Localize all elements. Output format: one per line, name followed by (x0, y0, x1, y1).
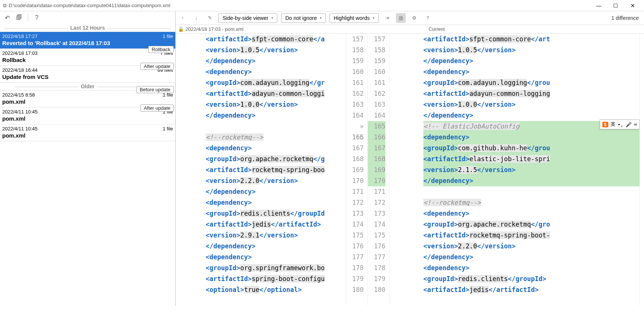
gutter-line: 160 (368, 67, 385, 77)
ime-lang[interactable]: 英 (611, 121, 615, 128)
gutter-line: 170 (346, 175, 364, 186)
code-line[interactable]: <dependency> (423, 67, 639, 77)
code-line[interactable]: <groupId>com.adayun.logging</gr (206, 77, 346, 88)
code-line[interactable]: </dependency> (206, 110, 346, 121)
highlight-dropdown[interactable]: Highlight words (330, 13, 379, 23)
code-line[interactable]: <version>2.2.0</version> (206, 175, 346, 186)
code-line[interactable]: <groupId>org.apache.rocketmq</g (206, 154, 346, 165)
main: ↶ 🗐 ? Last 12 Hours 2022/4/18 17:271 fil… (0, 11, 644, 305)
code-line[interactable]: </dependency> (206, 241, 346, 252)
revert-file-button[interactable]: 🗐 (14, 13, 24, 23)
revision-item[interactable]: 2022/4/15 8:581 filepom.xmlBefore update… (0, 91, 175, 107)
code-line[interactable]: <dependency> (206, 252, 346, 263)
code-line[interactable]: <groupId>redis.clients</groupId (206, 208, 346, 219)
action-pill[interactable]: Rollback (148, 46, 174, 53)
ime-punct[interactable]: •, (618, 122, 624, 127)
revision-filecount: 1 file (163, 33, 173, 39)
code-line[interactable]: </dependency> (206, 56, 346, 67)
ime-overlay[interactable]: S 英 •, 🎤 ⌨ (600, 119, 639, 129)
next-diff-button[interactable]: ↓ (191, 13, 201, 23)
code-line[interactable]: <version>1.0.5</version> (423, 45, 639, 56)
ignore-dropdown[interactable]: Do not ignore (281, 13, 326, 23)
code-line[interactable]: <version>2.2.0</version> (423, 241, 639, 252)
code-line[interactable]: <dependency> (423, 132, 639, 143)
code-line[interactable] (423, 186, 639, 197)
code-line[interactable]: <artifactId>adayun-common-logging (423, 88, 639, 99)
code-line[interactable]: <dependency> (206, 67, 346, 77)
mic-icon[interactable]: 🎤 (626, 122, 632, 127)
code-line[interactable]: <groupId>org.apache.rocketmq</gro (423, 219, 639, 230)
revision-timestamp: 2022/4/11 10:45 (2, 126, 38, 132)
gutter-line: 169 (368, 165, 385, 175)
viewer-mode-dropdown[interactable]: Side-by-side viewer (218, 13, 277, 23)
undo-button[interactable]: ↶ (2, 13, 12, 23)
settings-button[interactable]: ⚙ (409, 13, 419, 23)
code-line[interactable]: <optional>true</optional> (206, 284, 346, 295)
diff-toolbar: ↑ ↓ ✎ Side-by-side viewer Do not ignore … (176, 11, 644, 25)
gutter-line: 172 (368, 197, 385, 208)
revision-timestamp: 2022/4/15 8:58 (2, 92, 35, 98)
code-line[interactable]: <version>1.0.0</version> (423, 99, 639, 110)
before-update-pill[interactable]: Before update (136, 86, 174, 93)
code-line[interactable]: <artifactId>elastic-job-lite-spri (423, 154, 639, 165)
code-line[interactable]: <dependency> (206, 197, 346, 208)
code-line[interactable]: <version>2.1.5</version> (423, 165, 639, 175)
code-line[interactable]: <!--rocketmq--> (423, 197, 639, 208)
code-line[interactable]: <version>2.9.1</version> (206, 230, 346, 241)
gutter-line: 167 (346, 143, 364, 154)
diff-view[interactable]: ✔ <artifactId>sfpt-common-core</a <versi… (176, 34, 644, 305)
code-line[interactable]: </dependency> (423, 56, 639, 67)
code-line[interactable]: <dependency> (206, 143, 346, 154)
code-line[interactable]: <groupId>redis.clients</groupId> (423, 274, 639, 284)
action-pill[interactable]: After update (140, 63, 174, 70)
code-line[interactable]: <groupId>com.github.kuhn-he</grou (423, 143, 639, 154)
code-line[interactable]: <artifactId>jedis</artifactId> (423, 284, 639, 295)
help-button[interactable]: ? (32, 13, 42, 23)
overview-ruler[interactable] (639, 34, 644, 305)
code-line[interactable]: <artifactId>jedis</artifactId> (206, 219, 346, 230)
code-line[interactable]: <groupId>com.adayun.logging</grou (423, 77, 639, 88)
revision-title: Rollback (2, 57, 173, 63)
action-pill[interactable]: After update (140, 104, 174, 112)
prev-diff-button[interactable]: ↑ (178, 13, 188, 23)
revision-item[interactable]: 2022/4/18 17:271 fileReverted to 'Rollba… (0, 32, 175, 49)
revision-title: pom.xml (2, 115, 173, 122)
gutter-line: 159 (368, 56, 385, 67)
gutter-line: 168 (346, 154, 364, 165)
edit-button[interactable]: ✎ (205, 13, 215, 23)
code-line[interactable] (206, 121, 346, 132)
code-line[interactable]: <version>1.0.0</version> (206, 99, 346, 110)
gutter-line: 175 (346, 230, 364, 241)
gutter-line: 171 (346, 186, 364, 197)
code-line[interactable]: <dependency> (423, 208, 639, 219)
code-line[interactable]: <dependency> (423, 263, 639, 274)
code-line[interactable]: <artifactId>adayun-common-loggi (206, 88, 346, 99)
gutter-line: 168 (368, 154, 385, 165)
gutter-line: 176 (346, 241, 364, 252)
ime-keyboard-icon[interactable]: ⌨ (634, 122, 637, 127)
app-icon: ⧉ (3, 3, 6, 9)
code-line[interactable]: </dependency> (206, 186, 346, 197)
gutter-line: 180 (368, 284, 385, 295)
code-line[interactable]: <version>1.0.5</version> (206, 45, 346, 56)
code-line[interactable]: <artifactId>sfpt-common-core</art (423, 34, 639, 45)
code-line[interactable]: <!--rocketmq--> (206, 132, 346, 143)
gutter-line: 173 (368, 208, 385, 219)
code-line[interactable]: <artifactId>rocketmq-spring-boo (206, 165, 346, 175)
help-diff-button[interactable]: ? (423, 13, 433, 23)
code-line[interactable]: <artifactId>rocketmq-spring-boot- (423, 230, 639, 241)
revision-title: pom.xml (2, 98, 173, 105)
code-line[interactable]: <artifactId>spring-boot-configu (206, 274, 346, 284)
gutter-line: 162 (346, 88, 364, 99)
sync-scroll-button[interactable]: ▥ (396, 13, 406, 23)
revision-item[interactable]: 2022/4/11 10:451 filepom.xml (0, 124, 175, 141)
code-line[interactable]: </dependency> (423, 252, 639, 263)
close-button[interactable]: ✕ (624, 0, 641, 11)
collapse-button[interactable]: ⇥ (382, 13, 392, 23)
code-line[interactable]: <groupId>org.springframework.bo (206, 263, 346, 274)
code-line[interactable]: </dependency> (423, 175, 639, 186)
code-line[interactable]: <artifactId>sfpt-common-core</a (206, 34, 346, 45)
minimize-button[interactable]: — (590, 0, 607, 11)
maximize-button[interactable]: ☐ (607, 0, 624, 11)
left-toolbar: ↶ 🗐 ? (0, 11, 175, 24)
